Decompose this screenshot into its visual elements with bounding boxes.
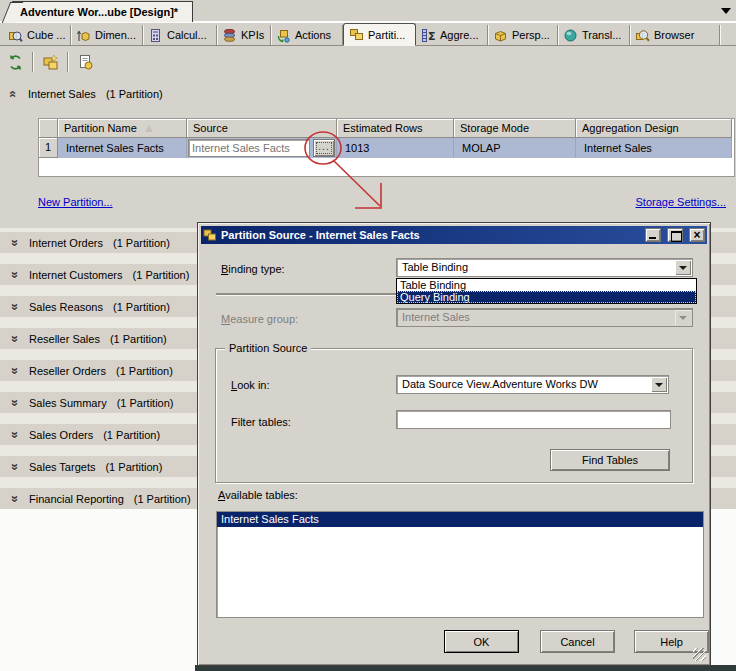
partition-dialog-icon <box>203 228 217 242</box>
option-table-binding[interactable]: Table Binding <box>397 279 696 291</box>
expand-chevron-icon[interactable] <box>8 270 20 280</box>
collapse-chevron-icon[interactable] <box>7 89 19 99</box>
column-header-source[interactable]: Source <box>187 119 337 138</box>
expand-chevron-icon[interactable] <box>8 334 20 344</box>
available-tables-label: Available tables: <box>218 489 298 501</box>
cell-partition-name[interactable]: Internet Sales Facts <box>58 138 187 158</box>
partitions-grid: Partition Name Source Estimated Rows Sto… <box>38 118 735 177</box>
expand-chevron-icon[interactable] <box>8 462 20 472</box>
document-tab-bar: Adventure Wor...ube [Design]* <box>0 0 736 22</box>
tab-label: KPIs <box>241 29 264 41</box>
filter-tables-input[interactable] <box>396 410 671 429</box>
binding-type-dropdown-list: Table Binding Query Binding <box>396 278 697 304</box>
chevron-down-icon[interactable] <box>651 377 667 392</box>
translations-icon <box>563 28 578 43</box>
section-count: (1 Partition) <box>106 88 163 100</box>
tab-label: Cube ... <box>27 29 66 41</box>
binding-type-label: Binding type: <box>221 263 285 275</box>
toolbar-separator <box>32 52 33 72</box>
kpis-icon <box>222 28 237 43</box>
partitions-icon <box>349 27 364 42</box>
designer-tab-strip: Cube ... Dimen... Calcul... KPIs Actions… <box>0 23 736 46</box>
row-number-cell[interactable]: 1 <box>39 138 58 158</box>
new-partition-button[interactable] <box>37 50 63 74</box>
minimize-button[interactable] <box>645 228 661 242</box>
measure-group-label: Measure group: <box>221 313 298 325</box>
column-header-partition-name[interactable]: Partition Name <box>58 119 187 138</box>
ellipsis-icon <box>316 142 332 154</box>
storage-settings-link[interactable]: Storage Settings... <box>636 196 727 208</box>
measure-group-combobox: Internet Sales <box>396 308 693 327</box>
tab-perspectives[interactable]: Persp... <box>488 25 558 45</box>
writeback-button[interactable] <box>72 50 98 74</box>
tab-label: Persp... <box>512 29 550 41</box>
svg-text:Σ: Σ <box>428 30 436 43</box>
column-header-storage-mode[interactable]: Storage Mode <box>454 119 576 138</box>
maximize-button[interactable] <box>667 228 683 242</box>
tab-browser[interactable]: Browser <box>630 25 720 45</box>
actions-icon <box>276 28 291 43</box>
writeback-icon <box>77 54 94 71</box>
tab-label: Transl... <box>582 29 621 41</box>
available-tables-listbox[interactable]: Internet Sales Facts <box>216 511 704 618</box>
new-partition-icon <box>42 54 59 71</box>
aggregations-icon: Σ <box>421 28 436 43</box>
expand-chevron-icon[interactable] <box>8 430 20 440</box>
tab-cube-structure[interactable]: Cube ... <box>3 25 71 45</box>
tab-translations[interactable]: Transl... <box>558 25 630 45</box>
process-button[interactable] <box>2 50 28 74</box>
option-query-binding[interactable]: Query Binding <box>397 291 696 303</box>
active-files-dropdown-icon[interactable] <box>721 8 731 14</box>
dimension-usage-icon <box>76 28 91 43</box>
cell-storage-mode[interactable]: MOLAP <box>454 138 576 158</box>
perspectives-icon <box>493 28 508 43</box>
resize-grip[interactable] <box>693 648 706 661</box>
tab-label: Calcul... <box>167 29 207 41</box>
filter-tables-label: Filter tables: <box>231 416 291 428</box>
tab-calculations[interactable]: Calcul... <box>143 25 217 45</box>
document-tab-label: Adventure Wor...ube [Design]* <box>20 6 178 18</box>
toolbar-separator <box>67 52 68 72</box>
list-item-internet-sales-facts[interactable]: Internet Sales Facts <box>217 512 703 527</box>
column-header-estimated-rows[interactable]: Estimated Rows <box>337 119 454 138</box>
partition-source-dialog: Partition Source - Internet Sales Facts … <box>197 222 711 666</box>
tab-aggregations[interactable]: Σ Aggre... <box>416 25 488 45</box>
expand-chevron-icon[interactable] <box>8 494 20 504</box>
source-browse-button[interactable] <box>313 139 335 157</box>
find-tables-button[interactable]: Find Tables <box>550 449 670 471</box>
expand-chevron-icon[interactable] <box>8 302 20 312</box>
tab-kpis[interactable]: KPIs <box>217 25 271 45</box>
expand-chevron-icon[interactable] <box>8 398 20 408</box>
source-value-input[interactable] <box>188 139 310 157</box>
cube-structure-icon <box>8 28 23 43</box>
tab-dimension-usage[interactable]: Dimen... <box>71 25 143 45</box>
chevron-down-icon <box>675 310 691 325</box>
new-partition-link[interactable]: New Partition... <box>38 196 113 208</box>
look-in-combobox[interactable]: Data Source View.Adventure Works DW <box>396 375 669 394</box>
measure-group-value: Internet Sales <box>398 310 674 325</box>
column-header-aggregation-design[interactable]: Aggregation Design <box>576 119 732 138</box>
ok-button[interactable]: OK <box>444 630 519 653</box>
expand-chevron-icon[interactable] <box>8 238 20 248</box>
cancel-button[interactable]: Cancel <box>540 630 615 653</box>
binding-type-combobox[interactable]: Table Binding <box>396 258 693 277</box>
binding-type-value: Table Binding <box>398 260 674 275</box>
expand-chevron-icon[interactable] <box>8 366 20 376</box>
groupbox-title: Partition Source <box>225 342 311 354</box>
dialog-title: Partition Source - Internet Sales Facts <box>221 229 639 241</box>
cell-source[interactable] <box>187 138 337 158</box>
calculations-icon <box>148 28 163 43</box>
document-tab[interactable]: Adventure Wor...ube [Design]* <box>12 1 193 22</box>
cell-estimated-rows[interactable]: 1013 <box>337 138 454 158</box>
tab-label: Aggre... <box>440 29 479 41</box>
chevron-down-icon[interactable] <box>675 260 691 275</box>
tab-label: Actions <box>295 29 331 41</box>
dialog-titlebar[interactable]: Partition Source - Internet Sales Facts <box>201 226 707 244</box>
cell-aggregation-design[interactable]: Internet Sales <box>576 138 732 158</box>
look-in-label: Look in: <box>231 379 270 391</box>
section-internet-sales[interactable]: Internet Sales (1 Partition) <box>0 84 736 104</box>
tab-actions[interactable]: Actions <box>271 25 343 45</box>
look-in-value: Data Source View.Adventure Works DW <box>398 377 650 392</box>
close-button[interactable] <box>689 228 705 242</box>
tab-partitions[interactable]: Partiti... <box>343 23 416 46</box>
